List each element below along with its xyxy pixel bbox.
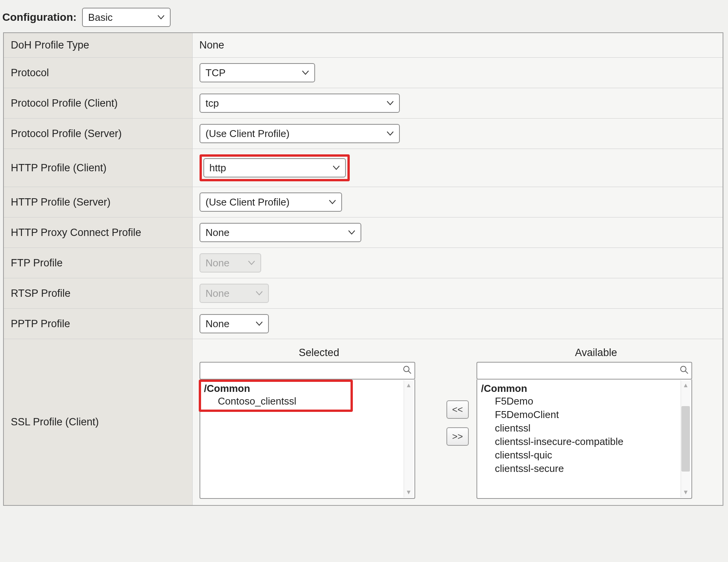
ssl-available-search-input[interactable] (476, 362, 692, 380)
http-profile-client-label: HTTP Profile (Client) (3, 149, 192, 187)
protocol-profile-client-label: Protocol Profile (Client) (3, 88, 192, 119)
pptp-profile-label: PPTP Profile (3, 309, 192, 339)
protocol-profile-server-select[interactable]: (Use Client Profile) (200, 124, 400, 143)
ssl-selected-search-input[interactable] (200, 362, 415, 380)
http-profile-server-select[interactable]: (Use Client Profile) (200, 192, 342, 212)
list-item[interactable]: clientssl-secure (481, 462, 678, 475)
ssl-available-group: /Common (481, 383, 678, 395)
scroll-up-icon[interactable]: ▲ (683, 382, 689, 389)
doh-profile-type-value: None (200, 39, 225, 51)
list-item[interactable]: clientssl-insecure-compatible (481, 435, 678, 448)
ftp-profile-label: FTP Profile (3, 248, 192, 278)
ssl-available-scrollbar[interactable]: ▲ ▼ (681, 380, 691, 497)
protocol-label: Protocol (3, 58, 192, 88)
http-profile-server-label: HTTP Profile (Server) (3, 187, 192, 217)
ssl-selected-scrollbar[interactable]: ▲ ▼ (404, 380, 414, 497)
ssl-selected-listbox[interactable]: /Common Contoso_clientssl ▲ ▼ (200, 380, 415, 499)
scroll-thumb[interactable] (681, 406, 690, 472)
pptp-profile-select[interactable]: None (200, 314, 269, 333)
list-item[interactable]: F5DemoClient (481, 408, 678, 421)
list-item[interactable]: Contoso_clientssl (204, 395, 401, 408)
protocol-profile-server-label: Protocol Profile (Server) (3, 119, 192, 149)
http-profile-client-select[interactable]: http (203, 158, 346, 177)
configuration-select[interactable]: Basic (82, 8, 171, 27)
ssl-profile-client-duallist: Selected /Common Contoso_clientssl (200, 345, 716, 500)
ssl-selected-column: Selected /Common Contoso_clientssl (200, 347, 439, 499)
list-item[interactable]: F5Demo (481, 395, 678, 408)
scroll-up-icon[interactable]: ▲ (406, 382, 412, 389)
ssl-available-listbox[interactable]: /Common F5Demo F5DemoClient clientssl cl… (476, 380, 692, 499)
http-proxy-connect-profile-label: HTTP Proxy Connect Profile (3, 217, 192, 248)
protocol-select[interactable]: TCP (200, 63, 315, 82)
scroll-down-icon[interactable]: ▼ (683, 489, 689, 496)
protocol-profile-client-select[interactable]: tcp (200, 94, 400, 113)
config-table: DoH Profile Type None Protocol TCP Proto… (3, 32, 723, 506)
ssl-selected-header: Selected (200, 347, 439, 362)
move-right-button[interactable]: >> (446, 427, 469, 446)
ftp-profile-select: None (200, 253, 261, 273)
doh-profile-type-label: DoH Profile Type (3, 33, 192, 58)
ssl-selected-group: /Common (204, 383, 401, 395)
list-item[interactable]: clientssl (481, 421, 678, 435)
move-left-button[interactable]: << (446, 400, 469, 419)
configuration-row: Configuration: Basic (0, 8, 728, 32)
configuration-label: Configuration: (2, 11, 77, 23)
http-proxy-connect-profile-select[interactable]: None (200, 223, 361, 242)
scroll-down-icon[interactable]: ▼ (406, 489, 412, 496)
ssl-available-header: Available (476, 347, 716, 362)
list-item[interactable]: clientssl-quic (481, 448, 678, 462)
ssl-available-column: Available /Common F5Demo F5DemoClien (476, 347, 716, 499)
ssl-profile-client-label: SSL Profile (Client) (3, 339, 192, 506)
rtsp-profile-label: RTSP Profile (3, 278, 192, 309)
http-profile-client-highlight: http (200, 154, 350, 181)
rtsp-profile-select: None (200, 284, 269, 303)
